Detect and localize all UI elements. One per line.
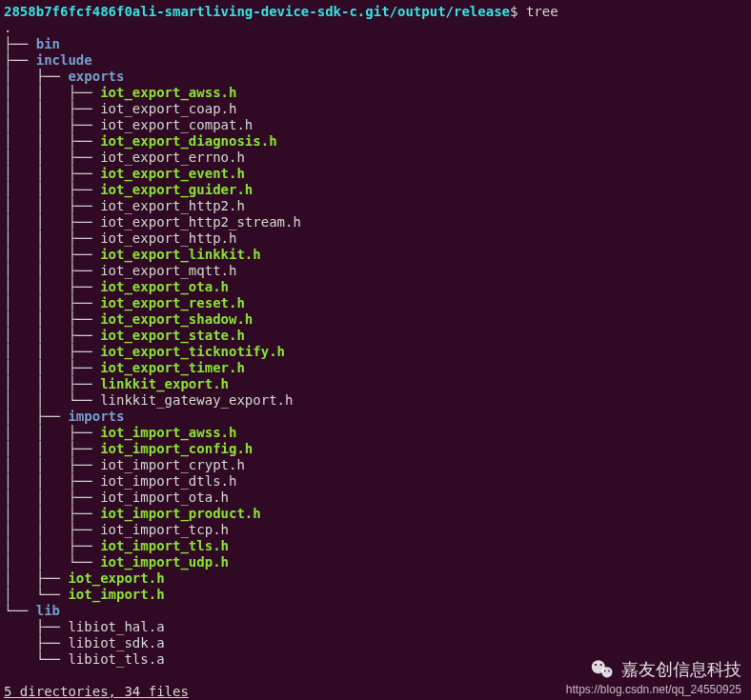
tree-branch: │ │ ├── <box>4 230 100 246</box>
svg-point-2 <box>595 664 597 666</box>
command: tree <box>526 4 558 19</box>
file-name: iot_export_reset.h <box>100 295 245 310</box>
file-name: iot_import_awss.h <box>100 425 236 440</box>
tree-root: . <box>4 20 747 36</box>
file-name: iot_export_ota.h <box>100 279 229 294</box>
tree-branch: │ │ ├── <box>4 522 100 537</box>
tree-branch: │ ├── <box>4 69 68 84</box>
tree-row: │ │ ├── iot_export_compat.h <box>4 117 747 133</box>
tree-branch: │ │ ├── <box>4 457 100 472</box>
tree-branch: │ │ ├── <box>4 150 100 165</box>
file-name: iot_export_ticknotify.h <box>100 344 285 359</box>
file-name: iot_import_product.h <box>100 506 261 521</box>
tree-branch: │ │ ├── <box>4 441 100 456</box>
file-name: iot_import.h <box>68 587 164 602</box>
file-name: iot_export_http2_stream.h <box>100 214 301 230</box>
tree-branch: ├── <box>4 635 68 650</box>
file-name: iot_export_state.h <box>100 328 245 343</box>
watermark-url: https://blog.csdn.net/qq_24550925 <box>566 682 741 698</box>
file-name: iot_export_event.h <box>100 166 245 181</box>
tree-row: ├── libiot_sdk.a <box>4 635 747 651</box>
tree-branch: └── <box>4 651 68 667</box>
tree-row: │ │ ├── iot_export_guider.h <box>4 182 747 198</box>
tree-branch: │ │ ├── <box>4 295 100 310</box>
file-name: libiot_hal.a <box>68 619 164 634</box>
dir-name: imports <box>68 409 124 424</box>
file-name: iot_export_linkkit.h <box>100 247 261 262</box>
tree-row: │ │ └── linkkit_gateway_export.h <box>4 392 747 409</box>
file-name: iot_import_udp.h <box>100 554 229 570</box>
tree-row: │ └── iot_import.h <box>4 587 747 603</box>
dir-name: exports <box>68 69 124 84</box>
prompt-dollar: $ <box>510 4 518 19</box>
tree-branch: ├── <box>4 52 36 68</box>
tree-row: │ │ ├── iot_import_crypt.h <box>4 457 747 473</box>
tree-row: │ │ ├── iot_import_dtls.h <box>4 473 747 490</box>
tree-row: ├── bin <box>4 36 747 52</box>
tree-branch: │ │ ├── <box>4 247 100 262</box>
tree-row: │ │ ├── iot_export_reset.h <box>4 295 747 311</box>
file-name: iot_export_mqtt.h <box>100 263 236 278</box>
tree-branch: │ │ ├── <box>4 490 100 505</box>
tree-branch: │ │ ├── <box>4 311 100 327</box>
tree-branch: │ │ ├── <box>4 101 100 116</box>
tree-branch: │ │ ├── <box>4 198 100 213</box>
tree-row: │ ├── iot_export.h <box>4 570 747 587</box>
tree-row: │ │ ├── iot_export_awss.h <box>4 85 747 101</box>
tree-branch: ├── <box>4 619 68 634</box>
tree-row: │ │ ├── iot_import_product.h <box>4 506 747 522</box>
tree-branch: │ │ ├── <box>4 166 100 181</box>
file-name: iot_export_timer.h <box>100 360 245 375</box>
tree-row: │ ├── exports <box>4 69 747 85</box>
file-name: iot_export_http2.h <box>100 198 245 213</box>
tree-row: │ │ └── iot_import_udp.h <box>4 554 747 570</box>
wechat-icon <box>589 656 616 683</box>
tree-row: │ │ ├── iot_import_ota.h <box>4 490 747 506</box>
tree-row: ├── include <box>4 52 747 69</box>
dir-name: include <box>36 52 92 68</box>
tree-branch: │ └── <box>4 587 68 602</box>
tree-branch: │ │ ├── <box>4 473 100 489</box>
tree-row: │ │ ├── iot_export_timer.h <box>4 360 747 376</box>
tree-branch: │ │ ├── <box>4 85 100 100</box>
svg-point-3 <box>600 664 602 666</box>
svg-point-1 <box>601 667 612 677</box>
file-name: iot_export_http.h <box>100 230 236 246</box>
tree-row: └── lib <box>4 603 747 619</box>
tree-row: │ │ ├── iot_export_http.h <box>4 230 747 247</box>
file-name: iot_export_shadow.h <box>100 311 253 327</box>
prompt-line: 2858b7f6fcf486f0ali-smartliving-device-s… <box>4 4 747 20</box>
watermark-text: 嘉友创信息科技 <box>621 662 741 678</box>
tree-row: │ │ ├── iot_import_config.h <box>4 441 747 457</box>
file-name: linkkit_gateway_export.h <box>100 392 293 408</box>
file-name: libiot_sdk.a <box>68 635 164 650</box>
tree-row: │ │ ├── iot_export_shadow.h <box>4 311 747 328</box>
tree-row: ├── libiot_hal.a <box>4 619 747 635</box>
tree-branch: │ │ ├── <box>4 133 100 149</box>
tree-row: │ │ ├── iot_export_state.h <box>4 328 747 344</box>
svg-point-4 <box>604 670 606 672</box>
tree-branch: │ │ ├── <box>4 360 100 375</box>
tree-row: │ │ ├── iot_export_errno.h <box>4 150 747 166</box>
tree-row: │ │ ├── iot_export_http2_stream.h <box>4 214 747 230</box>
dir-name: lib <box>36 603 60 618</box>
tree-branch: │ │ └── <box>4 392 100 408</box>
file-name: linkkit_export.h <box>100 376 229 391</box>
tree-branch: └── <box>4 603 36 618</box>
tree-row: │ │ ├── iot_export_diagnosis.h <box>4 133 747 150</box>
tree-row: │ │ ├── iot_export_mqtt.h <box>4 263 747 279</box>
file-name: iot_export_awss.h <box>100 85 236 100</box>
tree-row: │ │ ├── linkkit_export.h <box>4 376 747 392</box>
file-name: iot_export_compat.h <box>100 117 253 132</box>
file-name: iot_import_tls.h <box>100 538 229 553</box>
tree-branch: │ │ ├── <box>4 538 100 553</box>
dir-name: bin <box>36 36 60 51</box>
tree-row: │ │ ├── iot_export_coap.h <box>4 101 747 117</box>
tree-branch: ├── <box>4 36 36 51</box>
tree-branch: │ │ ├── <box>4 279 100 294</box>
file-name: iot_import_crypt.h <box>100 457 245 472</box>
tree-row: │ │ ├── iot_export_http2.h <box>4 198 747 214</box>
prompt-path: 2858b7f6fcf486f0ali-smartliving-device-s… <box>4 4 510 19</box>
tree-branch: │ │ ├── <box>4 214 100 230</box>
file-name: iot_export_coap.h <box>100 101 236 116</box>
